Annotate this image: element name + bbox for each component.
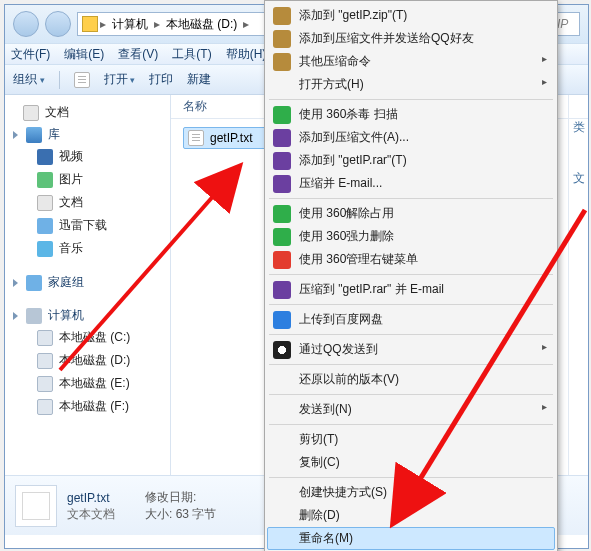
folder-icon: [82, 16, 98, 32]
ctx-item-label: 剪切(T): [299, 431, 338, 448]
sidebar-drive-e[interactable]: 本地磁盘 (E:): [9, 372, 166, 395]
ctx-item[interactable]: 发送到(N): [267, 398, 555, 421]
ctx-item[interactable]: 使用 360杀毒 扫描: [267, 103, 555, 126]
ctx-item[interactable]: 剪切(T): [267, 428, 555, 451]
sidebar-documents2[interactable]: 文档: [9, 191, 166, 214]
sidebar-homegroup[interactable]: 家庭组: [9, 272, 166, 293]
context-menu: 添加到 "getIP.zip"(T)添加到压缩文件并发送给QQ好友其他压缩命令打…: [264, 0, 558, 551]
ctx-item[interactable]: 通过QQ发送到: [267, 338, 555, 361]
ctx-item-label: 压缩到 "getIP.rar" 并 E-mail: [299, 281, 444, 298]
ctx-item[interactable]: 添加到压缩文件并发送给QQ好友: [267, 27, 555, 50]
download-icon: [37, 218, 53, 234]
sidebar-music[interactable]: 音乐: [9, 237, 166, 260]
ctx-item[interactable]: 使用 360管理右键菜单: [267, 248, 555, 271]
doc-icon: [37, 195, 53, 211]
details-size: 63 字节: [176, 507, 217, 521]
toolbar-print[interactable]: 打印: [149, 71, 173, 88]
rar-icon: [273, 152, 291, 170]
rar-icon: [273, 175, 291, 193]
drive-icon: [37, 399, 53, 415]
ctx-item-label: 创建快捷方式(S): [299, 484, 387, 501]
menu-edit[interactable]: 编辑(E): [64, 46, 104, 63]
sidebar-videos[interactable]: 视频: [9, 145, 166, 168]
drive-icon: [37, 376, 53, 392]
toolbar-organize[interactable]: 组织: [13, 71, 45, 88]
zip-icon: [273, 53, 291, 71]
details-filename: getIP.txt: [67, 490, 115, 506]
ctx-item-label: 添加到 "getIP.rar"(T): [299, 152, 407, 169]
menu-view[interactable]: 查看(V): [118, 46, 158, 63]
sidebar-documents[interactable]: 文档: [9, 101, 166, 124]
sidebar-computer-header[interactable]: 计算机: [9, 305, 166, 326]
computer-icon: [26, 308, 42, 324]
music-icon: [37, 241, 53, 257]
ctx-item-label: 发送到(N): [299, 401, 352, 418]
ctx-item-label: 其他压缩命令: [299, 53, 371, 70]
file-thumbnail: [15, 485, 57, 527]
ctx-item[interactable]: 复制(C): [267, 451, 555, 474]
ctx-item[interactable]: 添加到 "getIP.rar"(T): [267, 149, 555, 172]
drive-icon: [37, 353, 53, 369]
blank-icon: [273, 507, 291, 525]
toolbar-open[interactable]: 打开: [104, 71, 136, 88]
ctx-item[interactable]: 添加到 "getIP.zip"(T): [267, 4, 555, 27]
zip-icon: [273, 30, 291, 48]
picture-icon: [37, 172, 53, 188]
toolbar-new[interactable]: 新建: [187, 71, 211, 88]
s360-icon: [273, 205, 291, 223]
txt-file-icon: [188, 130, 204, 146]
ctx-item[interactable]: 压缩并 E-mail...: [267, 172, 555, 195]
ctx-item-label: 添加到 "getIP.zip"(T): [299, 7, 407, 24]
sidebar-pictures[interactable]: 图片: [9, 168, 166, 191]
ctx-item-label: 复制(C): [299, 454, 340, 471]
library-icon: [26, 127, 42, 143]
drive-icon: [37, 330, 53, 346]
notepad-icon: [74, 72, 90, 88]
blank-icon: [273, 76, 291, 94]
ctx-item[interactable]: 使用 360解除占用: [267, 202, 555, 225]
sidebar-libraries-header[interactable]: 库: [9, 124, 166, 145]
ctx-item[interactable]: 其他压缩命令: [267, 50, 555, 73]
nav-back-button[interactable]: [13, 11, 39, 37]
blank-icon: [273, 454, 291, 472]
blank-icon: [273, 401, 291, 419]
ctx-item-label: 添加到压缩文件(A)...: [299, 129, 409, 146]
ctx-item[interactable]: 打开方式(H): [267, 73, 555, 96]
rar-icon: [273, 129, 291, 147]
menu-tools[interactable]: 工具(T): [172, 46, 211, 63]
nav-forward-button[interactable]: [45, 11, 71, 37]
details-size-label: 大小:: [145, 507, 172, 521]
details-kind: 文本文档: [67, 506, 115, 522]
sidebar-thunder[interactable]: 迅雷下载: [9, 214, 166, 237]
sidebar-drive-f[interactable]: 本地磁盘 (F:): [9, 395, 166, 418]
breadcrumb-drive[interactable]: 本地磁盘 (D:): [162, 16, 241, 33]
blank-icon: [273, 431, 291, 449]
ctx-item[interactable]: 还原以前的版本(V): [267, 368, 555, 391]
rar-icon: [273, 281, 291, 299]
ctx-item[interactable]: 创建快捷方式(S): [267, 481, 555, 504]
ctx-item[interactable]: 上传到百度网盘: [267, 308, 555, 331]
homegroup-icon: [26, 275, 42, 291]
ctx-item-label: 重命名(M): [299, 530, 353, 547]
ctx-item[interactable]: 添加到压缩文件(A)...: [267, 126, 555, 149]
ctx-item[interactable]: 重命名(M): [267, 527, 555, 550]
ctx-item-label: 删除(D): [299, 507, 340, 524]
ctx-item-label: 使用 360强力删除: [299, 228, 394, 245]
doc-icon: [23, 105, 39, 121]
preview-strip: 类 文: [568, 95, 588, 475]
ctx-item[interactable]: 删除(D): [267, 504, 555, 527]
sidebar-drive-c[interactable]: 本地磁盘 (C:): [9, 326, 166, 349]
s360-icon: [273, 228, 291, 246]
ctx-item-label: 压缩并 E-mail...: [299, 175, 382, 192]
ctx-item-label: 添加到压缩文件并发送给QQ好友: [299, 30, 474, 47]
ctx-item-label: 还原以前的版本(V): [299, 371, 399, 388]
ctx-item[interactable]: 压缩到 "getIP.rar" 并 E-mail: [267, 278, 555, 301]
menu-file[interactable]: 文件(F): [11, 46, 50, 63]
sidebar-drive-d[interactable]: 本地磁盘 (D:): [9, 349, 166, 372]
breadcrumb-root[interactable]: 计算机: [108, 16, 152, 33]
menu-help[interactable]: 帮助(H): [226, 46, 267, 63]
zip-icon: [273, 7, 291, 25]
ctx-item-label: 打开方式(H): [299, 76, 364, 93]
ctx-item[interactable]: 使用 360强力删除: [267, 225, 555, 248]
file-name: getIP.txt: [210, 131, 252, 145]
